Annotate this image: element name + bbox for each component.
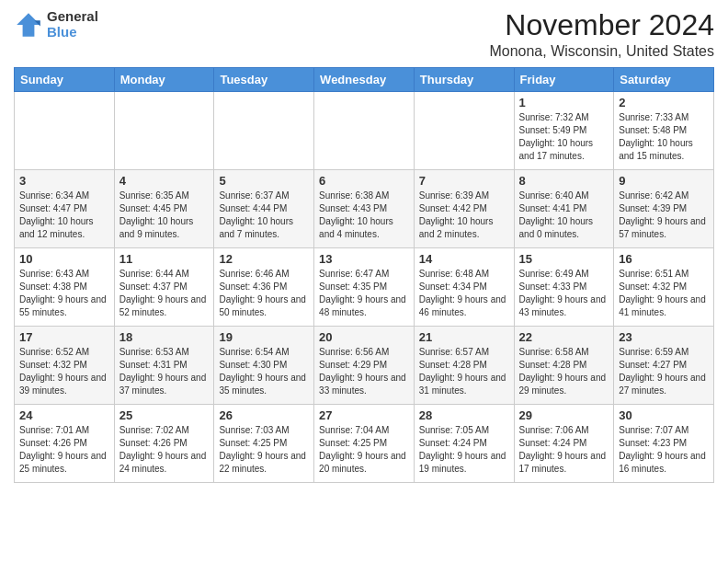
- day-number: 16: [619, 252, 709, 266]
- logo-blue-text: Blue: [47, 25, 98, 40]
- day-info: Sunrise: 6:37 AM Sunset: 4:44 PM Dayligh…: [219, 190, 309, 241]
- title-area: November 2024 Monona, Wisconsin, United …: [489, 9, 714, 60]
- day-number: 20: [319, 330, 409, 344]
- day-info: Sunrise: 6:42 AM Sunset: 4:39 PM Dayligh…: [619, 190, 709, 241]
- calendar-cell-w5-d1: 25Sunrise: 7:02 AM Sunset: 4:26 PM Dayli…: [114, 405, 214, 483]
- calendar-cell-w4-d2: 19Sunrise: 6:54 AM Sunset: 4:30 PM Dayli…: [214, 327, 314, 405]
- day-info: Sunrise: 7:06 AM Sunset: 4:24 PM Dayligh…: [519, 424, 609, 476]
- day-info: Sunrise: 6:59 AM Sunset: 4:27 PM Dayligh…: [619, 346, 709, 397]
- day-number: 5: [219, 174, 309, 188]
- day-number: 13: [319, 252, 409, 266]
- day-number: 8: [519, 174, 609, 188]
- svg-marker-0: [17, 13, 40, 37]
- calendar-cell-w4-d0: 17Sunrise: 6:52 AM Sunset: 4:32 PM Dayli…: [15, 327, 115, 405]
- day-number: 17: [19, 330, 109, 344]
- calendar-cell-w1-d2: [214, 92, 314, 170]
- calendar-cell-w3-d1: 11Sunrise: 6:44 AM Sunset: 4:37 PM Dayli…: [114, 248, 214, 327]
- calendar-cell-w2-d6: 9Sunrise: 6:42 AM Sunset: 4:39 PM Daylig…: [614, 170, 714, 248]
- calendar-cell-w1-d6: 2Sunrise: 7:33 AM Sunset: 5:48 PM Daylig…: [614, 92, 714, 170]
- col-friday: Friday: [514, 68, 614, 92]
- day-info: Sunrise: 7:05 AM Sunset: 4:24 PM Dayligh…: [419, 424, 509, 476]
- week-row-1: 1Sunrise: 7:32 AM Sunset: 5:49 PM Daylig…: [15, 92, 714, 170]
- day-info: Sunrise: 7:02 AM Sunset: 4:26 PM Dayligh…: [119, 424, 210, 476]
- calendar-cell-w5-d4: 28Sunrise: 7:05 AM Sunset: 4:24 PM Dayli…: [414, 405, 514, 483]
- day-info: Sunrise: 6:58 AM Sunset: 4:28 PM Dayligh…: [519, 346, 609, 397]
- day-info: Sunrise: 6:47 AM Sunset: 4:35 PM Dayligh…: [319, 268, 409, 319]
- day-number: 25: [119, 408, 210, 422]
- day-info: Sunrise: 6:38 AM Sunset: 4:43 PM Dayligh…: [319, 190, 409, 241]
- calendar-cell-w3-d0: 10Sunrise: 6:43 AM Sunset: 4:38 PM Dayli…: [15, 248, 115, 327]
- logo: General Blue: [14, 9, 98, 40]
- day-info: Sunrise: 7:04 AM Sunset: 4:25 PM Dayligh…: [319, 424, 409, 476]
- day-number: 3: [19, 174, 109, 188]
- col-tuesday: Tuesday: [214, 68, 314, 92]
- col-monday: Monday: [114, 68, 214, 92]
- day-number: 22: [519, 330, 609, 344]
- day-number: 15: [519, 252, 609, 266]
- day-info: Sunrise: 6:51 AM Sunset: 4:32 PM Dayligh…: [619, 268, 709, 319]
- col-wednesday: Wednesday: [314, 68, 415, 92]
- day-info: Sunrise: 6:53 AM Sunset: 4:31 PM Dayligh…: [119, 346, 210, 397]
- week-row-5: 24Sunrise: 7:01 AM Sunset: 4:26 PM Dayli…: [15, 405, 714, 483]
- day-info: Sunrise: 7:33 AM Sunset: 5:48 PM Dayligh…: [619, 111, 709, 163]
- day-number: 7: [419, 174, 509, 188]
- day-number: 9: [619, 174, 709, 188]
- col-thursday: Thursday: [414, 68, 514, 92]
- day-number: 28: [419, 408, 509, 422]
- logo-text: General Blue: [47, 9, 98, 40]
- day-info: Sunrise: 7:01 AM Sunset: 4:26 PM Dayligh…: [19, 424, 109, 476]
- calendar-cell-w4-d3: 20Sunrise: 6:56 AM Sunset: 4:29 PM Dayli…: [314, 327, 415, 405]
- month-title: November 2024: [489, 9, 714, 41]
- day-info: Sunrise: 6:52 AM Sunset: 4:32 PM Dayligh…: [19, 346, 109, 397]
- calendar-cell-w2-d3: 6Sunrise: 6:38 AM Sunset: 4:43 PM Daylig…: [314, 170, 415, 248]
- calendar-cell-w2-d1: 4Sunrise: 6:35 AM Sunset: 4:45 PM Daylig…: [114, 170, 214, 248]
- calendar-cell-w1-d4: [414, 92, 514, 170]
- calendar-cell-w3-d2: 12Sunrise: 6:46 AM Sunset: 4:36 PM Dayli…: [214, 248, 314, 327]
- day-info: Sunrise: 6:48 AM Sunset: 4:34 PM Dayligh…: [419, 268, 509, 319]
- calendar-cell-w2-d0: 3Sunrise: 6:34 AM Sunset: 4:47 PM Daylig…: [15, 170, 115, 248]
- header: General Blue November 2024 Monona, Wisco…: [14, 9, 714, 60]
- day-number: 4: [119, 174, 210, 188]
- calendar-cell-w3-d3: 13Sunrise: 6:47 AM Sunset: 4:35 PM Dayli…: [314, 248, 415, 327]
- day-number: 11: [119, 252, 210, 266]
- day-info: Sunrise: 6:54 AM Sunset: 4:30 PM Dayligh…: [219, 346, 309, 397]
- day-info: Sunrise: 6:57 AM Sunset: 4:28 PM Dayligh…: [419, 346, 509, 397]
- calendar-table: Sunday Monday Tuesday Wednesday Thursday…: [14, 67, 714, 483]
- day-info: Sunrise: 6:40 AM Sunset: 4:41 PM Dayligh…: [519, 190, 609, 241]
- calendar-cell-w1-d1: [114, 92, 214, 170]
- day-number: 23: [619, 330, 709, 344]
- day-number: 18: [119, 330, 210, 344]
- calendar-cell-w5-d6: 30Sunrise: 7:07 AM Sunset: 4:23 PM Dayli…: [614, 405, 714, 483]
- day-number: 2: [619, 96, 709, 109]
- day-info: Sunrise: 6:44 AM Sunset: 4:37 PM Dayligh…: [119, 268, 210, 319]
- calendar-cell-w4-d1: 18Sunrise: 6:53 AM Sunset: 4:31 PM Dayli…: [114, 327, 214, 405]
- calendar-cell-w5-d5: 29Sunrise: 7:06 AM Sunset: 4:24 PM Dayli…: [514, 405, 614, 483]
- calendar-cell-w4-d6: 23Sunrise: 6:59 AM Sunset: 4:27 PM Dayli…: [614, 327, 714, 405]
- day-number: 27: [319, 408, 409, 422]
- day-info: Sunrise: 6:56 AM Sunset: 4:29 PM Dayligh…: [319, 346, 409, 397]
- calendar-cell-w4-d5: 22Sunrise: 6:58 AM Sunset: 4:28 PM Dayli…: [514, 327, 614, 405]
- week-row-2: 3Sunrise: 6:34 AM Sunset: 4:47 PM Daylig…: [15, 170, 714, 248]
- day-number: 29: [519, 408, 609, 422]
- calendar-cell-w3-d6: 16Sunrise: 6:51 AM Sunset: 4:32 PM Dayli…: [614, 248, 714, 327]
- calendar-cell-w1-d3: [314, 92, 415, 170]
- day-number: 1: [519, 96, 609, 109]
- day-info: Sunrise: 6:46 AM Sunset: 4:36 PM Dayligh…: [219, 268, 309, 319]
- week-row-3: 10Sunrise: 6:43 AM Sunset: 4:38 PM Dayli…: [15, 248, 714, 327]
- day-info: Sunrise: 7:32 AM Sunset: 5:49 PM Dayligh…: [519, 111, 609, 163]
- week-row-4: 17Sunrise: 6:52 AM Sunset: 4:32 PM Dayli…: [15, 327, 714, 405]
- day-info: Sunrise: 6:49 AM Sunset: 4:33 PM Dayligh…: [519, 268, 609, 319]
- location-title: Monona, Wisconsin, United States: [489, 43, 714, 60]
- day-info: Sunrise: 6:39 AM Sunset: 4:42 PM Dayligh…: [419, 190, 509, 241]
- day-number: 12: [219, 252, 309, 266]
- day-info: Sunrise: 6:35 AM Sunset: 4:45 PM Dayligh…: [119, 190, 210, 241]
- calendar-cell-w1-d5: 1Sunrise: 7:32 AM Sunset: 5:49 PM Daylig…: [514, 92, 614, 170]
- day-number: 6: [319, 174, 409, 188]
- day-number: 26: [219, 408, 309, 422]
- day-number: 24: [19, 408, 109, 422]
- calendar-cell-w5-d2: 26Sunrise: 7:03 AM Sunset: 4:25 PM Dayli…: [214, 405, 314, 483]
- day-number: 14: [419, 252, 509, 266]
- logo-general-text: General: [47, 9, 98, 25]
- logo-icon: [14, 10, 43, 40]
- calendar-cell-w3-d5: 15Sunrise: 6:49 AM Sunset: 4:33 PM Dayli…: [514, 248, 614, 327]
